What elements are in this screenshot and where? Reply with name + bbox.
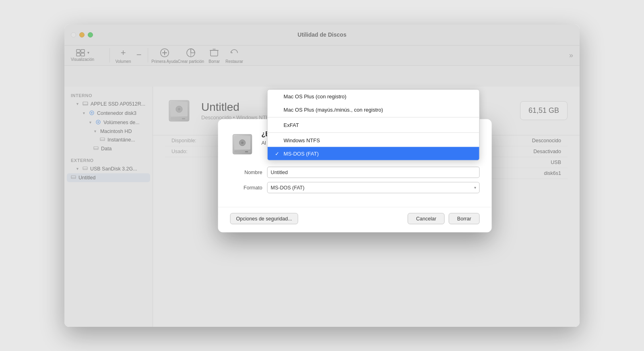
dialog-disk-icon <box>230 130 254 158</box>
format-label: Formato <box>230 185 262 190</box>
dropdown-item-macos-plus[interactable]: Mac OS Plus (con registro) <box>268 89 479 103</box>
dropdown-sep-1 <box>268 117 479 117</box>
ms-dos-label: MS-DOS (FAT) <box>284 150 319 156</box>
dialog-content: ¿Borrar "Untitled"? Al borrar el disco s… <box>218 119 492 207</box>
format-select-display[interactable]: MS-DOS (FAT) ▾ <box>267 182 480 193</box>
svg-point-33 <box>241 141 244 144</box>
security-options-button[interactable]: Opciones de seguridad... <box>230 213 298 224</box>
dropdown-item-ms-dos[interactable]: ✓ MS-DOS (FAT) <box>268 147 479 160</box>
dialog-actions: Cancelar Borrar <box>408 213 480 224</box>
dropdown-sep-2 <box>268 132 479 133</box>
name-input[interactable] <box>267 166 480 178</box>
dropdown-item-windows-ntfs[interactable]: Windows NTFS <box>268 133 479 147</box>
macos-mayus-label: Mac OS Plus (mayús./minús., con registro… <box>284 106 383 112</box>
erase-confirm-button[interactable]: Borrar <box>449 213 480 224</box>
name-label: Nombre <box>230 169 262 175</box>
chevron-down-icon: ▾ <box>474 185 476 190</box>
macos-plus-label: Mac OS Plus (con registro) <box>284 93 347 99</box>
check-mark-selected: ✓ <box>274 150 281 156</box>
cancel-button[interactable]: Cancelar <box>408 213 445 224</box>
exfat-label: ExFAT <box>284 122 299 128</box>
dialog-footer: Opciones de seguridad... Cancelar Borrar <box>218 207 492 232</box>
format-selected-value: MS-DOS (FAT) <box>271 185 305 190</box>
format-field: Formato Mac OS Plus (con registro) Mac O… <box>230 182 480 193</box>
dropdown-item-macos-mayus[interactable]: Mac OS Plus (mayús./minús., con registro… <box>268 103 479 116</box>
main-window: Utilidad de Discos ▾ Visualización + Vol… <box>64 25 580 327</box>
windows-ntfs-label: Windows NTFS <box>284 137 320 143</box>
svg-rect-34 <box>245 151 248 152</box>
dropdown-item-exfat[interactable]: ExFAT <box>268 118 479 131</box>
erase-dialog: ¿Borrar "Untitled"? Al borrar el disco s… <box>218 119 492 232</box>
format-select-container: Mac OS Plus (con registro) Mac OS Plus (… <box>267 182 480 193</box>
format-dropdown-menu: Mac OS Plus (con registro) Mac OS Plus (… <box>267 89 480 160</box>
name-field: Nombre <box>230 166 480 178</box>
